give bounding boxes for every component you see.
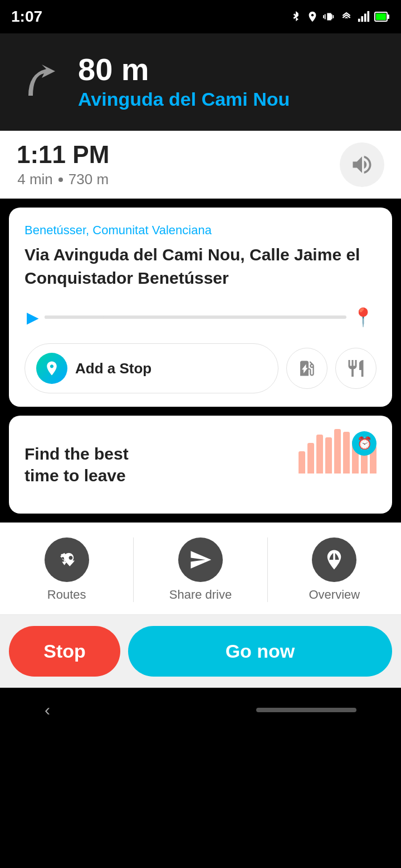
wifi-arrow-icon	[340, 11, 353, 23]
svg-rect-5	[388, 14, 389, 19]
location-icon	[306, 11, 319, 23]
vibrate-icon	[323, 11, 335, 23]
eta-details: 4 min 730 m	[17, 171, 109, 188]
turn-right-icon	[19, 60, 64, 105]
svg-rect-2	[364, 14, 366, 22]
sound-icon	[350, 152, 374, 177]
home-indicator[interactable]	[256, 708, 356, 712]
bottom-actions-bar: Routes Share drive Overview	[0, 522, 401, 615]
progress-fill	[45, 315, 105, 319]
overview-icon	[322, 548, 346, 571]
clock-badge-icon: ⏰	[352, 431, 376, 456]
routes-label: Routes	[47, 588, 86, 602]
bar-5	[334, 429, 341, 474]
sound-button[interactable]	[340, 142, 384, 187]
routes-icon-container	[45, 537, 89, 582]
bar-3	[316, 435, 323, 474]
waypoint-icon	[43, 360, 60, 377]
back-button[interactable]: ‹	[45, 701, 50, 719]
progress-track	[45, 315, 346, 319]
bar-6	[343, 432, 350, 474]
status-time: 1:07	[11, 8, 42, 26]
share-drive-label: Share drive	[169, 588, 232, 602]
overview-action[interactable]: Overview	[268, 532, 401, 608]
nav-street: Avinguda del Cami Nou	[78, 88, 290, 110]
add-stop-button[interactable]: Add a Stop	[25, 343, 278, 393]
dest-address: Via Avinguda del Cami Nou, Calle Jaime e…	[25, 243, 376, 290]
best-time-visual: ⏰	[299, 431, 376, 498]
signal-icon	[358, 11, 370, 23]
fuel-stop-button[interactable]	[286, 348, 327, 389]
svg-rect-1	[361, 16, 363, 22]
share-drive-icon-container	[178, 537, 223, 582]
destination-pin-icon: 📍	[352, 307, 374, 328]
svg-rect-3	[367, 11, 369, 22]
bluetooth-icon	[290, 11, 302, 23]
svg-rect-6	[376, 13, 386, 20]
eta-bar: 1:11 PM 4 min 730 m	[0, 131, 401, 199]
eta-duration: 4 min	[17, 171, 53, 188]
add-stop-label: Add a Stop	[75, 360, 151, 377]
best-time-card[interactable]: Find the besttime to leave ⏰	[9, 416, 392, 514]
action-buttons: Add a Stop	[25, 343, 376, 393]
bar-4	[325, 437, 332, 474]
status-bar: 1:07	[0, 0, 401, 33]
progress-arrow-icon: ▶	[27, 308, 39, 327]
bottom-nav: ‹	[0, 688, 401, 732]
eta-info: 1:11 PM 4 min 730 m	[17, 141, 109, 188]
routes-action[interactable]: Routes	[0, 532, 133, 608]
bar-1	[299, 451, 305, 474]
overview-label: Overview	[309, 588, 360, 602]
bar-2	[307, 443, 314, 474]
progress-bar-container: ▶ 📍	[25, 307, 376, 328]
add-stop-icon	[36, 353, 67, 384]
battery-icon	[374, 11, 390, 23]
routes-icon	[55, 548, 79, 571]
eta-distance: 730 m	[69, 171, 109, 188]
fuel-icon	[297, 358, 317, 378]
turn-arrow	[17, 57, 67, 107]
nav-header: 80 m Avinguda del Cami Nou	[0, 33, 401, 131]
svg-rect-0	[358, 19, 360, 22]
nav-info: 80 m Avinguda del Cami Nou	[78, 54, 290, 110]
main-buttons-container: Stop Go now	[0, 615, 401, 688]
food-stop-button[interactable]	[335, 348, 376, 389]
share-drive-action[interactable]: Share drive	[134, 532, 267, 608]
overview-icon-container	[312, 537, 356, 582]
restaurant-icon	[346, 358, 366, 378]
dest-region: Benetússer, Comunitat Valenciana	[25, 223, 376, 238]
best-time-text: Find the besttime to leave	[25, 443, 129, 486]
nav-distance: 80 m	[78, 54, 290, 85]
go-now-button[interactable]: Go now	[128, 626, 392, 677]
status-icons	[290, 11, 390, 23]
eta-time: 1:11 PM	[17, 141, 109, 169]
destination-card: Benetússer, Comunitat Valenciana Via Avi…	[9, 208, 392, 407]
share-drive-icon	[189, 548, 212, 571]
stop-button[interactable]: Stop	[9, 626, 120, 677]
eta-dot	[58, 177, 63, 182]
